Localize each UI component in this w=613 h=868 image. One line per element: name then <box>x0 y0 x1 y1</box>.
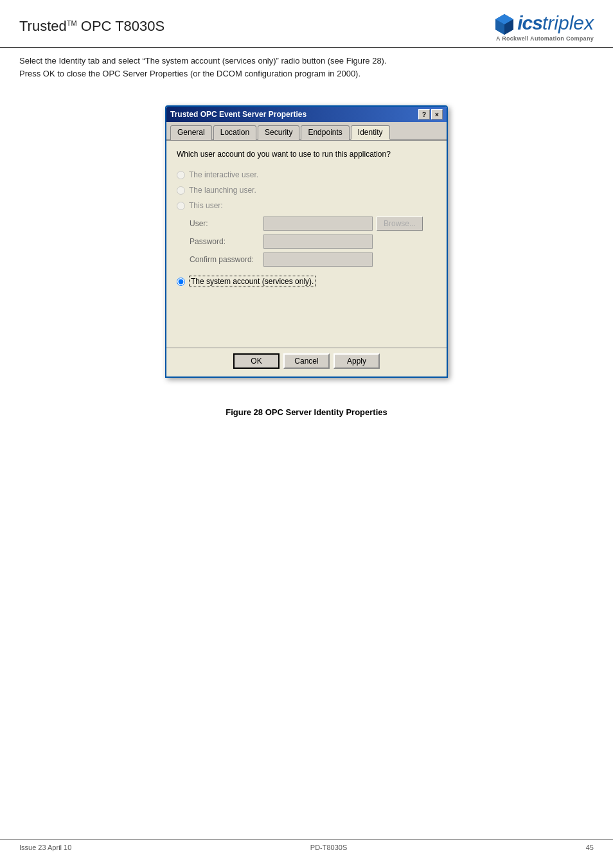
radio-this-user-input[interactable] <box>177 202 185 210</box>
password-input[interactable] <box>263 235 373 249</box>
radio-launching-user-input[interactable] <box>177 186 185 195</box>
tab-security[interactable]: Security <box>258 125 299 140</box>
close-button[interactable]: × <box>431 109 443 120</box>
footer-doc-id: PD-T8030S <box>310 844 347 851</box>
dialog-title: Trusted OPC Event Server Properties <box>170 110 306 119</box>
confirm-password-input[interactable] <box>263 252 373 267</box>
confirm-password-label: Confirm password: <box>190 255 263 264</box>
confirm-password-field-row: Confirm password: <box>190 252 436 267</box>
user-input[interactable] <box>263 217 373 231</box>
browse-button[interactable]: Browse... <box>377 217 423 231</box>
system-account-label: The system account (services only). <box>189 276 315 287</box>
footer-issue: Issue 23 April 10 <box>19 844 71 851</box>
user-fields: User: Browse... Password: Confirm passwo… <box>190 217 436 267</box>
tab-general[interactable]: General <box>170 125 212 140</box>
dialog-footer: OK Cancel Apply <box>166 348 447 376</box>
ics-cube-icon <box>493 12 516 35</box>
titlebar-buttons: ? × <box>418 109 443 120</box>
dialog-question: Which user account do you want to use to… <box>177 150 436 159</box>
page-header: TrustedTM OPC T8030S ics triplex A Rockw… <box>0 0 613 48</box>
dialog-titlebar: Trusted OPC Event Server Properties ? × <box>166 107 447 122</box>
radio-launching-user: The launching user. <box>177 186 436 195</box>
logo-triplex-text: triplex <box>542 12 594 34</box>
user-label: User: <box>190 219 263 228</box>
logo-ics-text: ics <box>517 12 542 34</box>
apply-button[interactable]: Apply <box>333 353 380 369</box>
tab-location[interactable]: Location <box>213 125 256 140</box>
ok-button[interactable]: OK <box>233 353 280 369</box>
tab-endpoints[interactable]: Endpoints <box>301 125 349 140</box>
logo-area: ics triplex A Rockwell Automation Compan… <box>493 12 594 42</box>
dialog-spacer <box>166 296 447 348</box>
page-title: TrustedTM OPC T8030S <box>19 12 164 35</box>
footer-page-number: 45 <box>586 844 594 851</box>
figure-caption: Figure 28 OPC Server Identity Properties <box>0 407 613 417</box>
help-button[interactable]: ? <box>418 109 430 120</box>
cancel-button[interactable]: Cancel <box>283 353 330 369</box>
tab-identity[interactable]: Identity <box>351 125 390 140</box>
dialog-wrapper: Trusted OPC Event Server Properties ? × … <box>0 93 613 397</box>
password-field-row: Password: <box>190 235 436 249</box>
system-account-row: The system account (services only). <box>177 276 436 287</box>
radio-interactive-user-input[interactable] <box>177 171 185 179</box>
page-footer: Issue 23 April 10 PD-T8030S 45 <box>0 839 613 855</box>
radio-system-account-input[interactable] <box>177 278 185 286</box>
body-text: Select the Identity tab and select “The … <box>0 55 613 93</box>
dialog-content: Which user account do you want to use to… <box>166 141 447 296</box>
dialog-tabs: General Location Security Endpoints Iden… <box>166 122 447 141</box>
logo-tagline: A Rockwell Automation Company <box>496 35 594 42</box>
password-label: Password: <box>190 237 263 246</box>
radio-interactive-user: The interactive user. <box>177 170 436 179</box>
dialog: Trusted OPC Event Server Properties ? × … <box>165 105 448 378</box>
radio-this-user: This user: <box>177 201 436 210</box>
user-field-row: User: Browse... <box>190 217 436 231</box>
